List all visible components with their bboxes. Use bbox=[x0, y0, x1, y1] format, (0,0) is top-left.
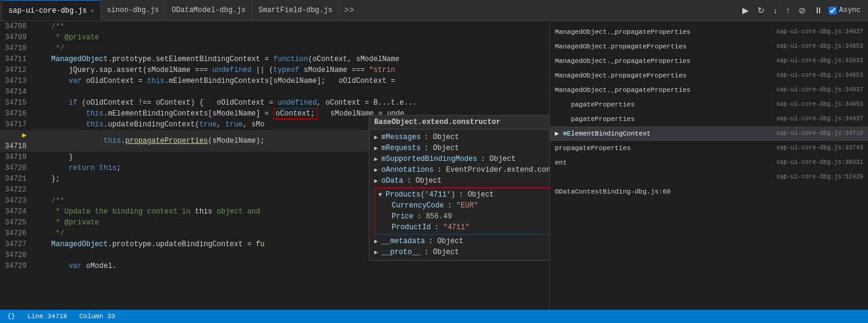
expand-icon: ▶ bbox=[374, 134, 378, 141]
tab-label: SmartField-dbg.js bbox=[259, 6, 332, 15]
status-line: Line 34718 bbox=[27, 313, 67, 320]
callstack-item[interactable]: ent sap-ui-core-dbg.js:30331 bbox=[550, 155, 868, 170]
line-number: 34716 bbox=[0, 108, 34, 119]
code-line: 34708 /** bbox=[0, 21, 549, 32]
callstack-item[interactable]: sap-ui-core-dbg.js:52429 bbox=[550, 170, 868, 184]
callstack-item[interactable]: ManagedObject.propagateProperties sap-ui… bbox=[550, 68, 868, 83]
tooltip-key: mSupportedBindingModes bbox=[381, 155, 477, 163]
code-line: 34709 * @private bbox=[0, 32, 549, 43]
callstack-fn: ManagedObject._propagateProperties bbox=[555, 85, 690, 96]
line-number: 34725 bbox=[0, 217, 34, 228]
code-line: 34711 ManagedObject.prototype.setElement… bbox=[0, 54, 549, 65]
tab-overflow-button[interactable]: >> bbox=[339, 5, 359, 15]
line-code: ManagedObject.prototype.setElementBindin… bbox=[34, 54, 549, 65]
tooltip-item-odata[interactable]: ▶ oData : Object bbox=[369, 175, 549, 186]
callstack-loc: sap-ui-core-dbg.js:34953 bbox=[776, 99, 863, 110]
callstack-fn: ManagedObject._propagateProperties bbox=[555, 27, 690, 38]
tooltip-key: Price bbox=[392, 212, 413, 221]
callstack-loc: sap-ui-core-dbg.js:30331 bbox=[776, 157, 863, 168]
tooltip-item-mmessages[interactable]: ▶ mMessages : Object bbox=[369, 132, 549, 143]
callstack-item[interactable]: propagateProperties sap-ui-core-dbg.js:3… bbox=[550, 141, 868, 155]
async-checkbox[interactable] bbox=[829, 7, 837, 15]
tab-sap-ui-core[interactable]: sap-ui-core-dbg.js ✕ bbox=[2, 0, 101, 21]
code-line: 34710 */ bbox=[0, 43, 549, 54]
line-code: /** bbox=[34, 21, 549, 32]
tooltip-item-metadata[interactable]: ▶ __metadata : Object bbox=[369, 236, 549, 247]
tooltip-item-oannotations[interactable]: ▶ oAnnotations : EventProvider.extend.co… bbox=[369, 165, 549, 175]
tab-close-icon[interactable]: ✕ bbox=[91, 7, 94, 15]
callstack-content[interactable]: ManagedObject._propagateProperties sap-u… bbox=[550, 21, 868, 310]
deactivate-button[interactable]: ⊘ bbox=[796, 4, 808, 16]
step-out-button[interactable]: ↑ bbox=[783, 4, 792, 16]
line-code: * @private bbox=[34, 32, 549, 43]
callstack-loc: sap-ui-core-dbg.js:33933 bbox=[776, 56, 863, 67]
tooltip-type: : "EUR" bbox=[447, 201, 478, 210]
line-code: if (oOldContext !== oContext) { oOldCont… bbox=[34, 97, 549, 108]
callstack-fn: ent bbox=[555, 157, 567, 168]
tab-label: sinon-dbg.js bbox=[107, 6, 159, 15]
tooltip-key: __metadata bbox=[381, 237, 425, 246]
callstack-loc: sap-ui-core-dbg.js:52429 bbox=[776, 172, 863, 183]
callstack-fn: pagateProperties bbox=[555, 114, 635, 125]
step-over-button[interactable]: ↻ bbox=[755, 4, 767, 16]
tab-sinon[interactable]: sinon-dbg.js bbox=[101, 0, 166, 21]
callstack-panel: ManagedObject._propagateProperties sap-u… bbox=[550, 21, 868, 310]
tooltip-item-proto[interactable]: ▶ __proto__ : Object bbox=[369, 247, 549, 258]
callstack-loc: sap-ui-core-dbg.js:34937 bbox=[776, 85, 863, 96]
tooltip-key: mRequests bbox=[381, 144, 421, 152]
callstack-loc: sap-ui-core-dbg.js:34718 bbox=[776, 128, 863, 139]
tooltip-item-currencycode: CurrencyCode : "EUR" bbox=[377, 200, 549, 211]
line-number: ▶ 34718 bbox=[0, 130, 34, 152]
tooltip-item-mrequests[interactable]: ▶ mRequests : Object bbox=[369, 143, 549, 154]
line-number: 34721 bbox=[0, 174, 34, 184]
tooltip-item-price: Price : 856.49 bbox=[377, 211, 549, 222]
callstack-item-active[interactable]: ▶ ■ElementBindingContext sap-ui-core-dbg… bbox=[550, 126, 868, 141]
line-number: 34710 bbox=[0, 43, 34, 54]
code-line: 34729 var oModel. bbox=[0, 261, 549, 272]
resume-button[interactable]: ▶ bbox=[740, 4, 751, 16]
callstack-item[interactable]: pagateProperties sap-ui-core-dbg.js:3495… bbox=[550, 97, 868, 112]
tab-odatamodel[interactable]: ODataModel-dbg.js bbox=[166, 0, 252, 21]
line-code bbox=[34, 86, 549, 97]
callstack-item[interactable]: ManagedObject.propagateProperties sap-ui… bbox=[550, 39, 868, 54]
tooltip-type: : "4711" bbox=[435, 223, 470, 232]
line-number: 34715 bbox=[0, 97, 34, 108]
callstack-loc: sap-ui-core-dbg.js:34953 bbox=[776, 70, 863, 81]
line-code: var oModel. bbox=[34, 261, 549, 272]
tooltip-item-products[interactable]: ▼ Products('4711') : Object bbox=[377, 189, 549, 200]
code-line: 34714 bbox=[0, 86, 549, 97]
tab-label: ODataModel-dbg.js bbox=[172, 6, 245, 15]
tooltip-type: : Object bbox=[481, 155, 516, 163]
tooltip-content[interactable]: ▶ mMessages : Object ▶ mRequests : Objec… bbox=[369, 129, 549, 260]
callstack-item[interactable]: ManagedObject._propagateProperties sap-u… bbox=[550, 54, 868, 68]
tab-smartfield[interactable]: SmartField-dbg.js bbox=[253, 0, 339, 21]
callstack-fn: propagateProperties bbox=[555, 143, 630, 154]
callstack-item[interactable]: ManagedObject._propagateProperties sap-u… bbox=[550, 83, 868, 97]
main-area: 34708 /** 34709 * @private 34710 */ 3471… bbox=[0, 21, 868, 310]
callstack-item[interactable]: ODataContextBinding-dbg.js:60 bbox=[550, 184, 868, 199]
code-line: 34712 jQuery.sap.assert(sModelName === u… bbox=[0, 65, 549, 76]
step-into-button[interactable]: ↓ bbox=[771, 4, 780, 16]
tooltip-type: : Object bbox=[424, 144, 459, 152]
tooltip-item-msupported[interactable]: ▶ mSupportedBindingModes : Object bbox=[369, 154, 549, 165]
code-content[interactable]: 34708 /** 34709 * @private 34710 */ 3471… bbox=[0, 21, 549, 310]
tooltip-key: oAnnotations bbox=[381, 166, 433, 174]
tooltip-key: CurrencyCode bbox=[392, 201, 444, 210]
callstack-item[interactable]: ManagedObject._propagateProperties sap-u… bbox=[550, 25, 868, 39]
line-number: 34728 bbox=[0, 250, 34, 261]
callstack-fn: ManagedObject._propagateProperties bbox=[555, 56, 690, 67]
line-number: 34726 bbox=[0, 228, 34, 239]
line-number: 34720 bbox=[0, 163, 34, 174]
callstack-fn: ODataContextBinding-dbg.js:60 bbox=[555, 186, 670, 197]
tooltip-type: : Object bbox=[407, 177, 442, 185]
line-number: 34713 bbox=[0, 76, 34, 86]
pause-button[interactable]: ⏸ bbox=[812, 4, 825, 16]
tab-bar: sap-ui-core-dbg.js ✕ sinon-dbg.js ODataM… bbox=[0, 0, 868, 21]
callstack-item[interactable]: pagateProperties sap-ui-core-dbg.js:3493… bbox=[550, 112, 868, 126]
tooltip-type: : Object bbox=[424, 248, 459, 256]
callstack-loc: sap-ui-core-dbg.js:34937 bbox=[776, 114, 863, 125]
line-number: 34717 bbox=[0, 119, 34, 130]
tooltip-type: : EventProvider.extend.construct bbox=[437, 166, 549, 174]
line-number: 34719 bbox=[0, 152, 34, 163]
tab-label: sap-ui-core-dbg.js bbox=[8, 7, 87, 15]
